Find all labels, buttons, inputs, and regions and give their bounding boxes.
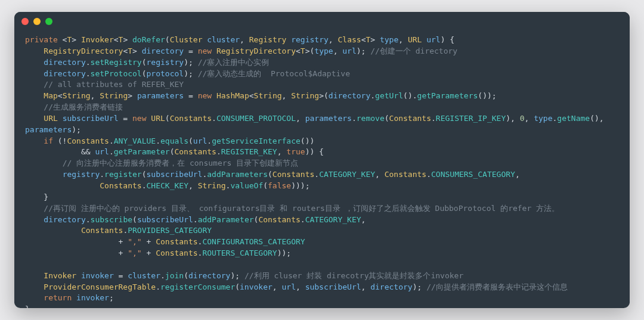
code-line: [25, 259, 619, 271]
code-token: // 向注册中心注册服务消费者，在 consumers 目录下创建新节点: [63, 159, 299, 167]
code-token: ,: [282, 91, 292, 100]
code-token: Constants: [156, 237, 197, 246]
code-token: //创建一个 directory: [370, 46, 457, 55]
code-token: <: [296, 46, 301, 55]
code-editor[interactable]: private <T> Invoker<T> doRefer(Cluster c…: [14, 31, 630, 308]
code-token: //利用 cluser 封装 direcotry其实就是封装多个invoker: [244, 271, 463, 280]
code-token: [25, 69, 44, 78]
code-token: PROVIDERS_CATEGORY: [128, 226, 212, 235]
code-line: directory.setRegistry(registry); //塞入注册中…: [25, 57, 619, 69]
code-token: doRefer: [132, 35, 165, 44]
code-token: (: [132, 215, 137, 224]
code-token: [25, 136, 44, 145]
code-token: );: [184, 58, 197, 67]
code-token: Constants: [81, 226, 123, 235]
code-token: [212, 91, 216, 100]
code-token: +: [25, 248, 128, 257]
minimize-icon[interactable]: [33, 18, 41, 25]
code-token: Invoker: [81, 35, 114, 44]
code-token: <: [114, 35, 119, 44]
code-token: [25, 114, 44, 123]
code-token: ;: [109, 293, 114, 302]
code-token: (: [142, 58, 147, 67]
code-token: (: [268, 170, 273, 179]
code-line: parameters);: [25, 125, 619, 136]
code-token: directory: [44, 215, 85, 224]
code-token: ,: [329, 35, 338, 44]
code-line: return invoker;: [25, 293, 619, 304]
code-token: .: [156, 136, 160, 145]
code-token: CONSUMER_PROTOCOL: [216, 114, 296, 123]
code-token: );: [230, 271, 244, 280]
code-token: parameters: [137, 91, 184, 100]
code-token: subscribe: [91, 215, 132, 224]
code-token: ANY_VALUE: [114, 136, 156, 145]
code-token: new: [198, 46, 212, 55]
code-token: Constants: [67, 136, 109, 145]
code-line: RegistryDirectory<T> directory = new Reg…: [25, 46, 619, 57]
code-token: ()): [301, 136, 314, 145]
code-token: parameters: [25, 125, 72, 134]
code-token: (!: [53, 136, 67, 145]
code-token: subscribeUrl: [305, 282, 361, 291]
code-token: <: [58, 91, 63, 100]
code-line: if (!Constants.ANY_VALUE.equals(url.getS…: [25, 136, 619, 147]
code-token: =: [114, 271, 128, 280]
code-token: +: [25, 237, 128, 246]
code-token: (: [165, 114, 170, 123]
code-token: CHECK_KEY: [147, 181, 188, 190]
code-token: [25, 91, 44, 100]
code-token: .: [207, 136, 212, 145]
code-token: [25, 181, 100, 190]
code-line: Constants.CHECK_KEY, String.valueOf(fals…: [25, 181, 619, 192]
code-token: .: [352, 114, 357, 123]
code-line: directory.subscribe(subscribeUrl.addPara…: [25, 215, 619, 226]
code-token: type: [314, 46, 333, 55]
code-token: private: [25, 35, 58, 44]
code-token: );: [413, 282, 426, 291]
code-line: //生成服务消费者链接: [25, 102, 619, 113]
code-line: + "," + Constants.ROUTERS_CATEGORY));: [25, 248, 619, 259]
code-token: getUrl: [375, 91, 403, 100]
code-token: CATEGORY_KEY: [319, 170, 375, 179]
code-line: Constants.PROVIDERS_CATEGORY: [25, 225, 619, 237]
code-token: ));: [277, 248, 291, 257]
code-token: (),: [590, 114, 608, 123]
code-token: [25, 58, 44, 67]
code-token: >: [370, 35, 380, 44]
code-token: .: [100, 170, 104, 179]
code-token: +: [142, 237, 156, 246]
code-line: Map<String, String> parameters = new Has…: [25, 91, 619, 102]
close-icon[interactable]: [21, 18, 29, 25]
code-token: [25, 46, 44, 55]
code-token: directory: [44, 69, 85, 78]
code-token: (: [263, 181, 268, 190]
code-token: )) {: [305, 147, 324, 156]
code-token: Map: [44, 91, 57, 100]
code-token: if: [44, 136, 53, 145]
code-token: Cluster: [170, 35, 203, 44]
code-token: &&: [25, 147, 95, 156]
code-token: cluster: [128, 271, 160, 280]
code-token: String: [198, 181, 226, 190]
code-token: new: [132, 114, 146, 123]
code-token: .: [301, 215, 305, 224]
code-token: true: [286, 147, 305, 156]
code-token: [25, 170, 63, 179]
code-token: .: [142, 181, 147, 190]
code-token: ),: [506, 114, 519, 123]
code-token: ,: [91, 91, 100, 100]
code-token: .: [193, 215, 198, 224]
code-token: .: [156, 282, 160, 291]
code-line: Invoker invoker = cluster.join(directory…: [25, 271, 619, 282]
zoom-icon[interactable]: [45, 18, 52, 25]
code-token: directory: [142, 46, 184, 55]
code-token: directory: [44, 58, 85, 67]
code-token: //向提供者消费者服务表中记录这个信息: [426, 282, 568, 291]
code-token: Constants: [273, 170, 314, 179]
code-token: ,: [296, 282, 305, 291]
code-token: type: [534, 114, 552, 123]
code-line: registry.register(subscribeUrl.addParame…: [25, 169, 619, 181]
code-token: getParameters: [417, 91, 478, 100]
code-token: [25, 102, 44, 111]
